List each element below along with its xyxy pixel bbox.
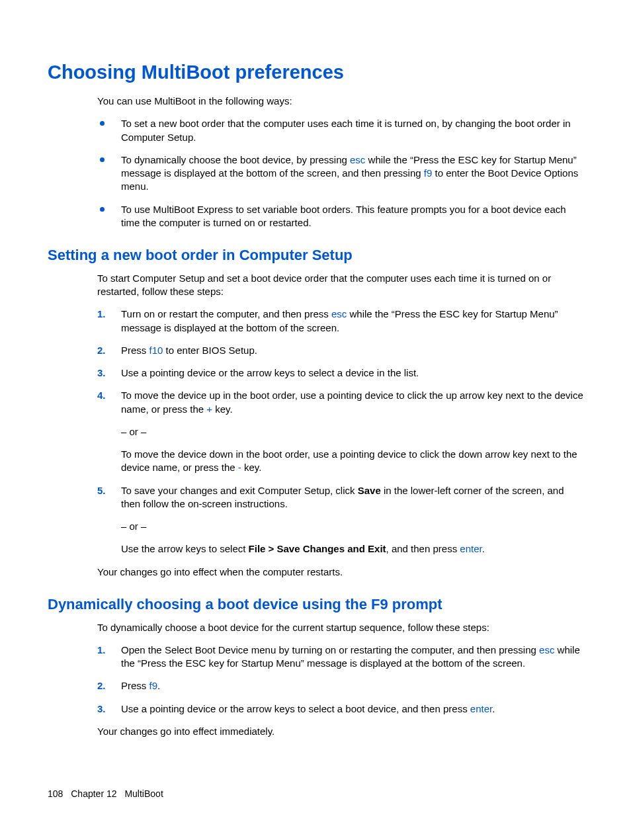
step-text: key. xyxy=(241,462,262,473)
section-2-body: To dynamically choose a boot device for … xyxy=(97,621,583,739)
bullet-text: To use MultiBoot Express to set variable… xyxy=(121,204,566,228)
intro-bullets: To set a new boot order that the compute… xyxy=(97,117,583,230)
key-esc: esc xyxy=(350,154,365,165)
intro-block: You can use MultiBoot in the following w… xyxy=(97,95,583,230)
key-f9: f9 xyxy=(424,167,433,179)
chapter-label: Chapter 12 xyxy=(71,788,116,799)
or-separator: – or – xyxy=(121,520,583,533)
step-item: Open the Select Boot Device menu by turn… xyxy=(97,644,583,671)
step-text: Press xyxy=(121,345,149,356)
bullet-item: To dynamically choose the boot device, b… xyxy=(97,153,583,194)
step-text: Use a pointing device or the arrow keys … xyxy=(121,367,419,378)
step-item: To move the device up in the boot order,… xyxy=(97,389,583,474)
heading-1: Choosing MultiBoot preferences xyxy=(48,60,583,85)
bullet-item: To use MultiBoot Express to set variable… xyxy=(97,203,583,230)
bold-text: File > Save Changes and Exit xyxy=(249,543,386,554)
step-item: Press f10 to enter BIOS Setup. xyxy=(97,344,583,357)
step-item: To save your changes and exit Computer S… xyxy=(97,484,583,556)
section-1-steps: Turn on or restart the computer, and the… xyxy=(97,308,583,556)
section-2-steps: Open the Select Boot Device menu by turn… xyxy=(97,644,583,716)
step-item: Use a pointing device or the arrow keys … xyxy=(97,366,583,380)
intro-text: You can use MultiBoot in the following w… xyxy=(97,95,583,108)
step-text: to enter BIOS Setup. xyxy=(163,345,257,356)
step-text: Use a pointing device or the arrow keys … xyxy=(121,703,470,714)
key-f9: f9 xyxy=(149,680,158,691)
step-text: . xyxy=(157,680,160,691)
heading-2: Setting a new boot order in Computer Set… xyxy=(48,245,583,265)
step-text: To move the device down in the boot orde… xyxy=(121,448,583,475)
key-esc: esc xyxy=(331,308,347,319)
step-text: Press xyxy=(121,680,149,691)
chapter-title: MultiBoot xyxy=(124,788,163,799)
step-text: To save your changes and exit Computer S… xyxy=(121,485,358,496)
step-text: Turn on or restart the computer, and the… xyxy=(121,308,331,319)
section-1-intro: To start Computer Setup and set a boot d… xyxy=(97,272,583,299)
section-2-intro: To dynamically choose a boot device for … xyxy=(97,621,583,634)
step-item: Press f9. xyxy=(97,679,583,693)
heading-2: Dynamically choosing a boot device using… xyxy=(48,595,583,614)
key-esc: esc xyxy=(539,644,554,655)
step-text: Use the arrow keys to select File > Save… xyxy=(121,542,583,556)
bullet-item: To set a new boot order that the compute… xyxy=(97,117,583,144)
page-footer: 108 Chapter 12 MultiBoot xyxy=(48,788,163,800)
key-enter: enter xyxy=(470,703,492,714)
key-plus: + xyxy=(206,403,212,415)
step-item: Turn on or restart the computer, and the… xyxy=(97,308,583,335)
step-item: Use a pointing device or the arrow keys … xyxy=(97,702,583,716)
page-number: 108 xyxy=(48,788,63,799)
key-enter: enter xyxy=(460,543,482,554)
step-text: To move the device up in the boot order,… xyxy=(121,390,583,414)
bullet-text: To set a new boot order that the compute… xyxy=(121,118,571,142)
step-text: To move the device down in the boot orde… xyxy=(121,448,577,473)
doc-page: Choosing MultiBoot preferences You can u… xyxy=(0,0,631,840)
section-1-body: To start Computer Setup and set a boot d… xyxy=(97,272,583,579)
step-text: Open the Select Boot Device menu by turn… xyxy=(121,644,539,655)
step-text: , and then press xyxy=(386,543,460,554)
section-2-outro: Your changes go into effect immediately. xyxy=(97,725,583,738)
step-text: . xyxy=(492,703,495,714)
or-separator: – or – xyxy=(121,425,583,439)
step-text: . xyxy=(482,543,485,554)
bold-text: Save xyxy=(358,485,381,496)
step-text: Use the arrow keys to select xyxy=(121,543,249,554)
bullet-text: To dynamically choose the boot device, b… xyxy=(121,154,350,165)
key-f10: f10 xyxy=(149,345,163,356)
step-text: key. xyxy=(212,403,233,415)
section-1-outro: Your changes go into effect when the com… xyxy=(97,566,583,579)
